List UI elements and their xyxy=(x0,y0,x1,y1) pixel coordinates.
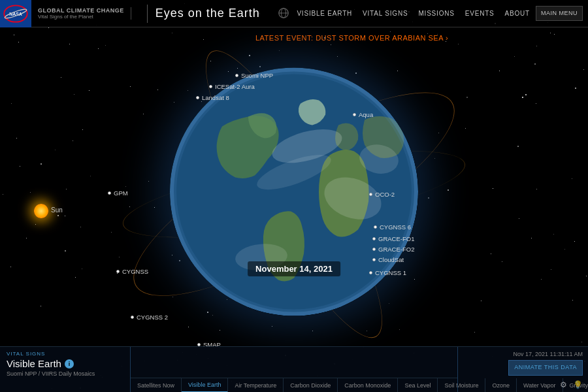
site-tagline: GLOBAL CLIMATE CHANGE xyxy=(38,7,124,14)
satellite-dot-cygnss2 xyxy=(131,316,134,319)
satellite-grace-fo1[interactable]: GRACE-FO1 xyxy=(372,235,414,242)
satellite-label-grace-fo1: GRACE-FO1 xyxy=(378,235,414,242)
header: NASA GLOBAL CLIMATE CHANGE Vital Signs o… xyxy=(0,0,588,27)
bottom-tab-carbon-dioxide[interactable]: Carbon Dioxide xyxy=(284,378,338,393)
satellite-grace-fo2[interactable]: GRACE-FO2 xyxy=(372,246,414,253)
satellite-gpm[interactable]: GPM xyxy=(108,189,128,197)
satellite-dot-aqua xyxy=(353,113,356,116)
main-menu-button[interactable]: MAIN MENU xyxy=(536,6,583,21)
satellite-smap[interactable]: SMAP xyxy=(197,341,221,346)
satellite-icesat2-aura[interactable]: ICESat-2 Aura xyxy=(209,83,255,90)
header-divider xyxy=(147,5,148,23)
vital-signs-panel: VITAL SIGNS Visible Earth i Suomi NPP / … xyxy=(0,347,131,392)
satellite-label-gpm: GPM xyxy=(114,189,128,197)
bottom-tab-carbon-monoxide[interactable]: Carbon Monoxide xyxy=(338,378,398,393)
satellite-label-grace-fo2: GRACE-FO2 xyxy=(378,246,414,253)
bottom-tab-sea-level[interactable]: Sea Level xyxy=(398,378,438,393)
nav-about[interactable]: About xyxy=(500,7,534,20)
nav-events[interactable]: Events xyxy=(461,7,499,20)
bottom-icons: ⚙ 💡 xyxy=(558,380,583,390)
satellite-dot-suomi-npp xyxy=(235,74,238,77)
satellite-label-cloudsat: CloudSat xyxy=(378,256,404,263)
satellite-dot-cygnss6 xyxy=(374,225,377,229)
satellite-label-icesat2-aura: ICESat-2 Aura xyxy=(215,83,255,90)
satellite-label-smap: SMAP xyxy=(203,341,221,346)
page-title: Eyes on the Earth xyxy=(155,7,260,20)
satellite-label-cygnss6: CYGNSS 6 xyxy=(380,223,411,231)
vital-signs-label: VITAL SIGNS xyxy=(7,351,123,357)
satellite-dot-icesat2-aura xyxy=(209,85,212,88)
satellite-dot-cygnss xyxy=(116,270,120,273)
satellite-cygnss[interactable]: CYGNSS xyxy=(116,268,148,275)
info-bottom-icon[interactable]: 💡 xyxy=(572,380,583,390)
satellite-label-cygnss: CYGNSS xyxy=(122,268,148,275)
bottom-tab-visible-earth[interactable]: Visible Earth xyxy=(182,378,228,393)
satellite-label-suomi-npp: Suomi NPP xyxy=(241,72,273,79)
satellite-dot-oco2 xyxy=(369,193,372,196)
globe-icon xyxy=(278,7,289,19)
satellite-dot-gpm xyxy=(108,191,111,195)
animate-button[interactable]: ANIMATE THIS DATA xyxy=(508,360,583,376)
nav-vital-signs[interactable]: Vital Signs xyxy=(358,7,412,20)
satellite-label-landsat8: Landsat 8 xyxy=(202,94,229,101)
settings-icon[interactable]: ⚙ xyxy=(558,380,568,390)
nav-missions[interactable]: Missions xyxy=(414,7,459,20)
info-icon[interactable]: i xyxy=(65,359,74,368)
earth-scene: LATEST EVENT: Dust Storm Over Arabian Se… xyxy=(0,27,588,346)
satellite-oco2[interactable]: OCO-2 xyxy=(369,191,395,198)
nasa-logo: NASA xyxy=(0,0,31,27)
date-label: November 14, 2021 xyxy=(248,261,340,276)
bottom-right: Nov 17, 2021 11:31:11 AM ANIMATE THIS DA… xyxy=(457,347,588,392)
satellite-dot-cygnss1 xyxy=(369,271,372,274)
satellite-label-cygnss1: CYGNSS 1 xyxy=(375,269,406,276)
satellite-cloudsat[interactable]: CloudSat xyxy=(372,256,404,263)
site-title-block: GLOBAL CLIMATE CHANGE Vital Signs of the… xyxy=(31,7,131,20)
bottom-nav: Satellites NowVisible EarthAir Temperatu… xyxy=(131,378,457,392)
header-nav: Visible Earth Vital Signs Missions Event… xyxy=(278,6,588,21)
satellite-label-cygnss2: CYGNSS 2 xyxy=(137,314,168,321)
visible-earth-subtitle: Suomi NPP / VIIRS Daily Mosaics xyxy=(7,370,123,377)
visible-earth-row: Visible Earth i xyxy=(7,358,123,369)
bottom-datetime: Nov 17, 2021 11:31:11 AM xyxy=(513,351,583,357)
satellite-label-oco2: OCO-2 xyxy=(375,191,395,198)
satellite-landsat8[interactable]: Landsat 8 xyxy=(196,94,229,101)
sun xyxy=(34,204,48,218)
satellite-dot-landsat8 xyxy=(196,96,199,99)
satellite-aqua[interactable]: Aqua xyxy=(353,111,373,118)
satellite-label-aqua: Aqua xyxy=(359,111,373,118)
satellite-suomi-npp[interactable]: Suomi NPP xyxy=(235,72,273,79)
satellite-dot-cloudsat xyxy=(372,258,376,261)
satellite-cygnss6[interactable]: CYGNSS 6 xyxy=(374,223,411,231)
satellite-dot-grace-fo2 xyxy=(372,248,376,251)
bottom-bar: VITAL SIGNS Visible Earth i Suomi NPP / … xyxy=(0,346,588,392)
bottom-tab-air-temperature[interactable]: Air Temperature xyxy=(228,378,284,393)
satellite-cygnss1[interactable]: CYGNSS 1 xyxy=(369,269,406,276)
satellite-dot-grace-fo1 xyxy=(372,237,376,240)
visible-earth-title: Visible Earth xyxy=(7,358,61,369)
satellite-cygnss2[interactable]: CYGNSS 2 xyxy=(131,314,168,321)
site-subtitle: Vital Signs of the Planet xyxy=(38,14,124,20)
bottom-tab-satellites-now[interactable]: Satellites Now xyxy=(131,378,182,393)
sun-label: Sun xyxy=(51,206,63,214)
nav-visible-earth[interactable]: Visible Earth xyxy=(292,7,357,20)
